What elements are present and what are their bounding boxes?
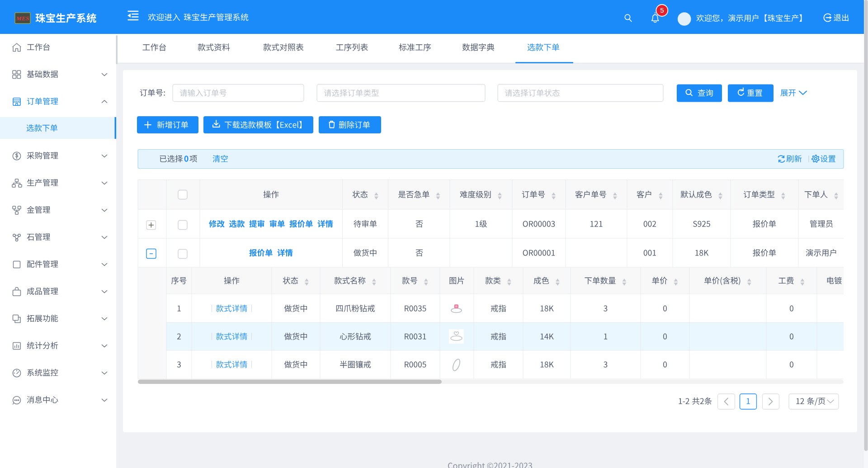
svg-text:5: 5 xyxy=(660,6,664,14)
svg-text:MES: MES xyxy=(16,15,29,22)
